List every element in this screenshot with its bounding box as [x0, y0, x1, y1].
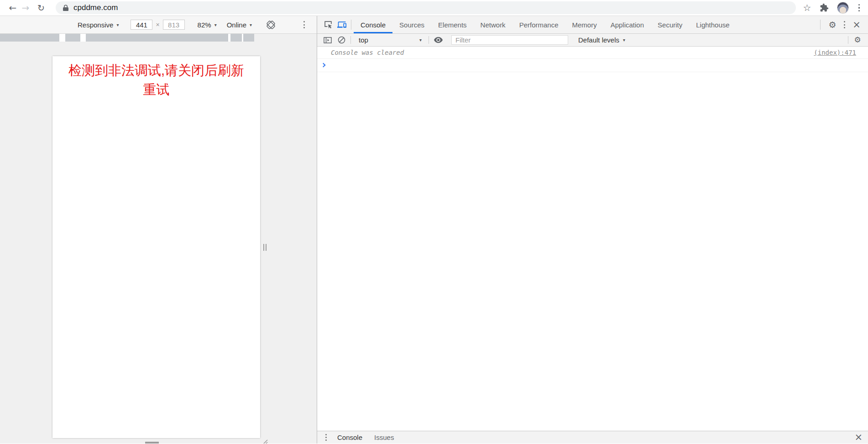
- viewport-width-input[interactable]: [131, 20, 152, 30]
- console-source-link[interactable]: (index):471: [814, 49, 856, 56]
- tab-lighthouse[interactable]: Lighthouse: [689, 16, 736, 33]
- console-message-row: Console was cleared (index):471: [317, 47, 868, 59]
- extensions-puzzle-icon[interactable]: [819, 1, 829, 14]
- chevron-down-icon: ▾: [116, 22, 119, 27]
- log-level-value: Default levels: [578, 36, 619, 44]
- console-filter-input[interactable]: [451, 35, 568, 45]
- devtools-menu-icon[interactable]: [842, 20, 847, 30]
- drawer-tab-issues[interactable]: Issues: [368, 431, 400, 444]
- devtools-tabbar: Console Sources Elements Network Perform…: [317, 16, 868, 34]
- tab-memory[interactable]: Memory: [565, 16, 604, 33]
- inspect-element-icon[interactable]: [321, 18, 335, 31]
- bookmark-star-icon[interactable]: ☆: [803, 2, 811, 13]
- browser-toolbar: ← → ↻ cpddme.com ☆: [0, 0, 868, 16]
- url-text: cpddme.com: [73, 3, 118, 12]
- profile-avatar[interactable]: [837, 2, 849, 14]
- browser-menu-icon[interactable]: [857, 2, 862, 13]
- zoom-select[interactable]: 82% ▾: [198, 21, 217, 29]
- console-toolbar: top ▾ Default levels ▾ ⚙: [317, 34, 868, 47]
- forward-icon[interactable]: →: [19, 3, 32, 12]
- device-emulation-pane: Responsive ▾ × 82% ▾ Online ▾: [0, 16, 317, 444]
- ruler-segment: [243, 34, 254, 42]
- dimension-separator: ×: [156, 21, 159, 28]
- back-icon[interactable]: ←: [6, 3, 19, 12]
- viewport-resize-handle-bottom[interactable]: [145, 442, 159, 444]
- tab-console[interactable]: Console: [354, 16, 392, 33]
- address-bar[interactable]: cpddme.com: [56, 1, 796, 14]
- page-error-message: 检测到非法调试,请关闭后刷新 重试: [52, 61, 260, 99]
- javascript-context-select[interactable]: top ▾: [353, 36, 426, 44]
- console-prompt-chevron-icon: [321, 63, 326, 68]
- toggle-device-toolbar-icon[interactable]: [335, 18, 349, 31]
- drawer-close-icon[interactable]: ×: [854, 433, 863, 442]
- devtools-close-icon[interactable]: ×: [850, 18, 863, 31]
- log-levels-select[interactable]: Default levels ▾: [578, 36, 625, 44]
- create-live-expression-eye-icon[interactable]: [431, 34, 445, 47]
- throttling-select[interactable]: Online ▾: [227, 21, 252, 29]
- zoom-value: 82%: [198, 21, 211, 29]
- console-cleared-text: Console was cleared: [331, 49, 404, 56]
- tab-security[interactable]: Security: [651, 16, 689, 33]
- tab-application[interactable]: Application: [604, 16, 651, 33]
- ruler-segment: [230, 34, 242, 42]
- chevron-down-icon: ▾: [250, 22, 252, 27]
- devtools-tabs: Console Sources Elements Network Perform…: [354, 16, 737, 33]
- console-messages: Console was cleared (index):471: [317, 47, 868, 431]
- device-toolbar: Responsive ▾ × 82% ▾ Online ▾: [0, 16, 317, 34]
- tab-network[interactable]: Network: [474, 16, 512, 33]
- ruler-segment: [0, 34, 59, 42]
- device-viewport[interactable]: 检测到非法调试,请关闭后刷新 重试: [52, 56, 260, 438]
- drawer-menu-icon[interactable]: [324, 432, 329, 443]
- viewport-resize-handle-corner[interactable]: [261, 439, 268, 444]
- throttling-value: Online: [227, 21, 246, 29]
- chevron-down-icon: ▾: [419, 37, 422, 42]
- show-console-sidebar-icon[interactable]: [321, 34, 335, 47]
- media-query-ruler: [0, 34, 254, 42]
- devtools-panel: Console Sources Elements Network Perform…: [317, 16, 868, 444]
- chevron-down-icon: ▾: [623, 37, 625, 42]
- viewport-height-input[interactable]: [163, 20, 185, 30]
- tab-elements[interactable]: Elements: [431, 16, 474, 33]
- ruler-segment: [86, 34, 228, 42]
- error-line-1: 检测到非法调试,请关闭后刷新: [61, 61, 252, 80]
- device-toolbar-menu-icon[interactable]: [302, 20, 307, 30]
- rotate-viewport-icon[interactable]: [264, 18, 277, 31]
- devtools-settings-icon[interactable]: ⚙: [826, 18, 839, 31]
- console-prompt[interactable]: [317, 59, 868, 72]
- drawer-tab-console[interactable]: Console: [331, 431, 368, 444]
- error-line-2: 重试: [61, 80, 252, 99]
- clear-console-icon[interactable]: [335, 34, 348, 47]
- tab-performance[interactable]: Performance: [512, 16, 565, 33]
- devtools-drawer: Console Issues ×: [317, 431, 868, 444]
- tab-sources[interactable]: Sources: [392, 16, 431, 33]
- context-value: top: [359, 36, 368, 44]
- device-type-select[interactable]: Responsive ▾: [78, 21, 119, 29]
- viewport-resize-handle-right[interactable]: [263, 244, 267, 251]
- console-settings-icon[interactable]: ⚙: [851, 34, 864, 47]
- lock-icon: [63, 5, 68, 11]
- emulation-canvas: 检测到非法调试,请关闭后刷新 重试: [0, 34, 317, 444]
- ruler-segment: [65, 34, 80, 42]
- reload-icon[interactable]: ↻: [35, 4, 47, 12]
- chevron-down-icon: ▾: [214, 22, 217, 27]
- device-type-value: Responsive: [78, 21, 113, 29]
